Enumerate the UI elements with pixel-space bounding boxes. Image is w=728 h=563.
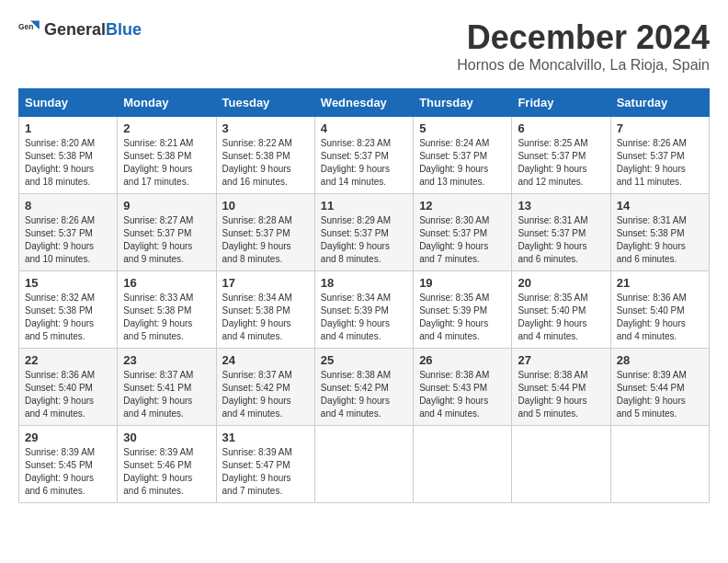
table-row: 2 Sunrise: 8:21 AM Sunset: 5:38 PM Dayli… <box>118 117 216 194</box>
table-row: 25 Sunrise: 8:38 AM Sunset: 5:42 PM Dayl… <box>314 349 413 426</box>
day-info: Sunrise: 8:27 AM Sunset: 5:37 PM Dayligh… <box>123 214 210 266</box>
header-saturday: Saturday <box>610 89 709 117</box>
day-info: Sunrise: 8:38 AM Sunset: 5:44 PM Dayligh… <box>518 369 604 420</box>
table-row: 4 Sunrise: 8:23 AM Sunset: 5:37 PM Dayli… <box>314 117 413 194</box>
table-row: 27 Sunrise: 8:38 AM Sunset: 5:44 PM Dayl… <box>512 349 610 426</box>
day-number: 27 <box>518 353 604 367</box>
table-row: 19 Sunrise: 8:35 AM Sunset: 5:39 PM Dayl… <box>414 271 512 349</box>
day-number: 13 <box>518 199 604 213</box>
table-row: 21 Sunrise: 8:36 AM Sunset: 5:40 PM Dayl… <box>610 271 709 349</box>
table-row: 28 Sunrise: 8:39 AM Sunset: 5:44 PM Dayl… <box>610 349 709 426</box>
logo: Gen GeneralBlue <box>18 18 142 40</box>
table-row <box>414 426 512 503</box>
table-row: 17 Sunrise: 8:34 AM Sunset: 5:38 PM Dayl… <box>216 271 314 349</box>
day-info: Sunrise: 8:31 AM Sunset: 5:38 PM Dayligh… <box>617 214 703 266</box>
table-row: 20 Sunrise: 8:35 AM Sunset: 5:40 PM Dayl… <box>512 271 610 349</box>
month-title: December 2024 <box>457 18 710 57</box>
day-info: Sunrise: 8:33 AM Sunset: 5:38 PM Dayligh… <box>123 292 210 343</box>
day-info: Sunrise: 8:39 AM Sunset: 5:47 PM Dayligh… <box>222 446 309 498</box>
table-row: 7 Sunrise: 8:26 AM Sunset: 5:37 PM Dayli… <box>610 117 709 194</box>
day-info: Sunrise: 8:37 AM Sunset: 5:42 PM Dayligh… <box>222 369 309 420</box>
title-area: December 2024 Hornos de Moncalvillo, La … <box>457 18 710 74</box>
table-row: 1 Sunrise: 8:20 AM Sunset: 5:38 PM Dayli… <box>19 117 118 194</box>
table-row: 22 Sunrise: 8:36 AM Sunset: 5:40 PM Dayl… <box>19 349 118 426</box>
table-row: 9 Sunrise: 8:27 AM Sunset: 5:37 PM Dayli… <box>118 194 216 271</box>
day-info: Sunrise: 8:28 AM Sunset: 5:37 PM Dayligh… <box>222 214 309 266</box>
calendar-row: 15 Sunrise: 8:32 AM Sunset: 5:38 PM Dayl… <box>19 271 710 349</box>
header: Gen GeneralBlue December 2024 Hornos de … <box>18 18 710 74</box>
day-info: Sunrise: 8:37 AM Sunset: 5:41 PM Dayligh… <box>123 369 210 420</box>
day-info: Sunrise: 8:24 AM Sunset: 5:37 PM Dayligh… <box>419 137 506 189</box>
day-info: Sunrise: 8:39 AM Sunset: 5:45 PM Dayligh… <box>25 446 111 498</box>
day-number: 15 <box>25 276 111 290</box>
day-info: Sunrise: 8:34 AM Sunset: 5:39 PM Dayligh… <box>321 292 407 343</box>
day-info: Sunrise: 8:26 AM Sunset: 5:37 PM Dayligh… <box>25 214 111 266</box>
day-info: Sunrise: 8:38 AM Sunset: 5:43 PM Dayligh… <box>419 369 506 420</box>
day-number: 22 <box>25 353 111 367</box>
day-info: Sunrise: 8:38 AM Sunset: 5:42 PM Dayligh… <box>321 369 407 420</box>
day-info: Sunrise: 8:36 AM Sunset: 5:40 PM Dayligh… <box>25 369 111 420</box>
day-number: 12 <box>419 199 506 213</box>
day-number: 1 <box>25 121 111 135</box>
header-tuesday: Tuesday <box>216 89 314 117</box>
day-info: Sunrise: 8:25 AM Sunset: 5:37 PM Dayligh… <box>518 137 604 189</box>
table-row: 11 Sunrise: 8:29 AM Sunset: 5:37 PM Dayl… <box>314 194 413 271</box>
calendar-row: 29 Sunrise: 8:39 AM Sunset: 5:45 PM Dayl… <box>19 426 710 503</box>
day-number: 6 <box>518 121 604 135</box>
day-number: 16 <box>123 276 210 290</box>
day-info: Sunrise: 8:34 AM Sunset: 5:38 PM Dayligh… <box>222 292 309 343</box>
table-row: 15 Sunrise: 8:32 AM Sunset: 5:38 PM Dayl… <box>19 271 118 349</box>
svg-text:Gen: Gen <box>18 22 33 31</box>
table-row: 8 Sunrise: 8:26 AM Sunset: 5:37 PM Dayli… <box>19 194 118 271</box>
day-number: 28 <box>617 353 703 367</box>
table-row: 6 Sunrise: 8:25 AM Sunset: 5:37 PM Dayli… <box>512 117 610 194</box>
table-row: 26 Sunrise: 8:38 AM Sunset: 5:43 PM Dayl… <box>414 349 512 426</box>
day-number: 18 <box>321 276 407 290</box>
day-info: Sunrise: 8:26 AM Sunset: 5:37 PM Dayligh… <box>617 137 703 189</box>
day-number: 23 <box>123 353 210 367</box>
header-friday: Friday <box>512 89 610 117</box>
table-row <box>314 426 413 503</box>
day-number: 17 <box>222 276 309 290</box>
day-info: Sunrise: 8:39 AM Sunset: 5:46 PM Dayligh… <box>123 446 210 498</box>
header-monday: Monday <box>118 89 216 117</box>
day-number: 30 <box>123 431 210 444</box>
day-number: 11 <box>321 199 407 213</box>
day-number: 20 <box>518 276 604 290</box>
day-info: Sunrise: 8:23 AM Sunset: 5:37 PM Dayligh… <box>321 137 407 189</box>
day-number: 5 <box>419 121 506 135</box>
table-row: 13 Sunrise: 8:31 AM Sunset: 5:37 PM Dayl… <box>512 194 610 271</box>
header-sunday: Sunday <box>19 89 118 117</box>
table-row: 31 Sunrise: 8:39 AM Sunset: 5:47 PM Dayl… <box>216 426 314 503</box>
day-info: Sunrise: 8:35 AM Sunset: 5:40 PM Dayligh… <box>518 292 604 343</box>
day-info: Sunrise: 8:20 AM Sunset: 5:38 PM Dayligh… <box>25 137 111 189</box>
table-row <box>512 426 610 503</box>
day-number: 19 <box>419 276 506 290</box>
logo-general-text: General <box>44 20 106 39</box>
table-row: 14 Sunrise: 8:31 AM Sunset: 5:38 PM Dayl… <box>610 194 709 271</box>
table-row: 30 Sunrise: 8:39 AM Sunset: 5:46 PM Dayl… <box>118 426 216 503</box>
day-number: 2 <box>123 121 210 135</box>
calendar-row: 8 Sunrise: 8:26 AM Sunset: 5:37 PM Dayli… <box>19 194 710 271</box>
table-row: 12 Sunrise: 8:30 AM Sunset: 5:37 PM Dayl… <box>414 194 512 271</box>
day-info: Sunrise: 8:29 AM Sunset: 5:37 PM Dayligh… <box>321 214 407 266</box>
day-info: Sunrise: 8:32 AM Sunset: 5:38 PM Dayligh… <box>25 292 111 343</box>
day-info: Sunrise: 8:35 AM Sunset: 5:39 PM Dayligh… <box>419 292 506 343</box>
table-row: 23 Sunrise: 8:37 AM Sunset: 5:41 PM Dayl… <box>118 349 216 426</box>
table-row: 5 Sunrise: 8:24 AM Sunset: 5:37 PM Dayli… <box>414 117 512 194</box>
header-wednesday: Wednesday <box>314 89 413 117</box>
table-row: 3 Sunrise: 8:22 AM Sunset: 5:38 PM Dayli… <box>216 117 314 194</box>
calendar-row: 1 Sunrise: 8:20 AM Sunset: 5:38 PM Dayli… <box>19 117 710 194</box>
day-number: 14 <box>617 199 703 213</box>
day-number: 31 <box>222 431 309 444</box>
logo-icon: Gen <box>18 18 40 40</box>
day-number: 21 <box>617 276 703 290</box>
table-row: 10 Sunrise: 8:28 AM Sunset: 5:37 PM Dayl… <box>216 194 314 271</box>
logo-blue-text: Blue <box>106 20 142 39</box>
table-row: 29 Sunrise: 8:39 AM Sunset: 5:45 PM Dayl… <box>19 426 118 503</box>
header-thursday: Thursday <box>414 89 512 117</box>
table-row: 18 Sunrise: 8:34 AM Sunset: 5:39 PM Dayl… <box>314 271 413 349</box>
day-info: Sunrise: 8:21 AM Sunset: 5:38 PM Dayligh… <box>123 137 210 189</box>
day-info: Sunrise: 8:31 AM Sunset: 5:37 PM Dayligh… <box>518 214 604 266</box>
day-number: 8 <box>25 199 111 213</box>
